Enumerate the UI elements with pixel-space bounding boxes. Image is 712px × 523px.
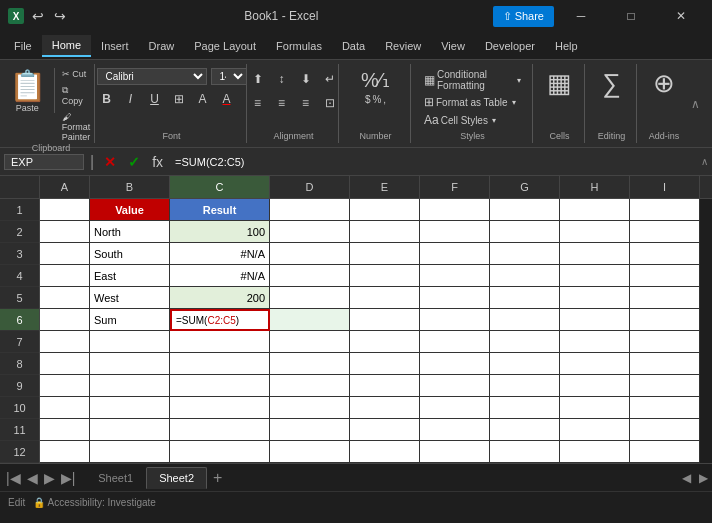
- row-header-4[interactable]: 4: [0, 265, 39, 287]
- cell-i8[interactable]: [630, 353, 700, 375]
- cell-i6[interactable]: [630, 309, 700, 331]
- cell-i12[interactable]: [630, 441, 700, 463]
- cell-g11[interactable]: [490, 419, 560, 441]
- cell-g3[interactable]: [490, 243, 560, 265]
- cell-e10[interactable]: [350, 397, 420, 419]
- cell-i9[interactable]: [630, 375, 700, 397]
- cell-d9[interactable]: [270, 375, 350, 397]
- minimize-button[interactable]: ─: [558, 0, 604, 32]
- cell-h2[interactable]: [560, 221, 630, 243]
- cell-g4[interactable]: [490, 265, 560, 287]
- cell-g7[interactable]: [490, 331, 560, 353]
- cell-b3[interactable]: South: [90, 243, 170, 265]
- row-header-8[interactable]: 8: [0, 353, 39, 375]
- cell-b9[interactable]: [90, 375, 170, 397]
- cell-f2[interactable]: [420, 221, 490, 243]
- cell-a11[interactable]: [40, 419, 90, 441]
- first-sheet-button[interactable]: |◀: [4, 468, 23, 488]
- cell-g9[interactable]: [490, 375, 560, 397]
- confirm-formula-button[interactable]: ✓: [124, 154, 144, 170]
- cell-f6[interactable]: [420, 309, 490, 331]
- bold-button[interactable]: B: [97, 89, 117, 109]
- cell-e8[interactable]: [350, 353, 420, 375]
- cell-f12[interactable]: [420, 441, 490, 463]
- cell-b10[interactable]: [90, 397, 170, 419]
- cell-a3[interactable]: [40, 243, 90, 265]
- copy-button[interactable]: ⧉ Copy: [59, 84, 94, 107]
- cell-d3[interactable]: [270, 243, 350, 265]
- align-bottom-button[interactable]: ⬇: [295, 68, 317, 90]
- cell-h11[interactable]: [560, 419, 630, 441]
- cell-d8[interactable]: [270, 353, 350, 375]
- cell-a4[interactable]: [40, 265, 90, 287]
- cell-h10[interactable]: [560, 397, 630, 419]
- cell-a12[interactable]: [40, 441, 90, 463]
- name-box[interactable]: [4, 154, 84, 170]
- cell-b7[interactable]: [90, 331, 170, 353]
- tab-page-layout[interactable]: Page Layout: [184, 36, 266, 56]
- cell-f9[interactable]: [420, 375, 490, 397]
- currency-button[interactable]: $: [365, 94, 371, 105]
- italic-button[interactable]: I: [121, 89, 141, 109]
- editing-icon[interactable]: ∑: [602, 68, 621, 99]
- font-name-select[interactable]: Calibri: [97, 68, 207, 85]
- align-center-button[interactable]: ≡: [271, 92, 293, 114]
- cell-i10[interactable]: [630, 397, 700, 419]
- cell-h12[interactable]: [560, 441, 630, 463]
- row-header-3[interactable]: 3: [0, 243, 39, 265]
- cell-h7[interactable]: [560, 331, 630, 353]
- wrap-text-button[interactable]: ↵: [319, 68, 341, 90]
- font-size-select[interactable]: 14: [211, 68, 247, 85]
- cell-b6[interactable]: Sum: [90, 309, 170, 331]
- cell-f11[interactable]: [420, 419, 490, 441]
- undo-button[interactable]: ↩: [28, 6, 48, 26]
- cell-e12[interactable]: [350, 441, 420, 463]
- cell-i5[interactable]: [630, 287, 700, 309]
- add-sheet-button[interactable]: +: [207, 467, 228, 489]
- cell-a8[interactable]: [40, 353, 90, 375]
- col-header-b[interactable]: B: [90, 176, 170, 198]
- tab-insert[interactable]: Insert: [91, 36, 139, 56]
- tab-draw[interactable]: Draw: [139, 36, 185, 56]
- cell-f1[interactable]: [420, 199, 490, 221]
- border-button[interactable]: ⊞: [169, 89, 189, 109]
- sheet-tab-sheet1[interactable]: Sheet1: [85, 467, 146, 489]
- cell-c12[interactable]: [170, 441, 270, 463]
- cell-c11[interactable]: [170, 419, 270, 441]
- cell-e4[interactable]: [350, 265, 420, 287]
- insert-function-button[interactable]: fx: [148, 154, 167, 170]
- font-color-button[interactable]: A: [217, 89, 237, 109]
- tab-data[interactable]: Data: [332, 36, 375, 56]
- format-as-table-button[interactable]: ⊞ Format as Table ▾: [421, 94, 519, 110]
- col-header-f[interactable]: F: [420, 176, 490, 198]
- format-painter-button[interactable]: 🖌 Format Painter: [59, 111, 94, 143]
- tab-view[interactable]: View: [431, 36, 475, 56]
- cell-b1[interactable]: Value: [90, 199, 170, 221]
- sheet-tab-sheet2[interactable]: Sheet2: [146, 467, 207, 489]
- align-middle-button[interactable]: ↕: [271, 68, 293, 90]
- cell-g5[interactable]: [490, 287, 560, 309]
- underline-button[interactable]: U: [145, 89, 165, 109]
- row-header-6[interactable]: 6: [0, 309, 39, 331]
- cell-d6[interactable]: [270, 309, 350, 331]
- row-header-1[interactable]: 1: [0, 199, 39, 221]
- cell-g1[interactable]: [490, 199, 560, 221]
- cell-d5[interactable]: [270, 287, 350, 309]
- collapse-ribbon-button[interactable]: ∧: [691, 64, 704, 143]
- cell-a5[interactable]: [40, 287, 90, 309]
- cell-b4[interactable]: East: [90, 265, 170, 287]
- paste-button[interactable]: 📋 Paste: [9, 68, 55, 113]
- percent-button[interactable]: %: [372, 94, 381, 105]
- cell-d10[interactable]: [270, 397, 350, 419]
- row-header-11[interactable]: 11: [0, 419, 39, 441]
- addins-icon[interactable]: ⊕: [653, 68, 675, 99]
- cell-b5[interactable]: West: [90, 287, 170, 309]
- tab-review[interactable]: Review: [375, 36, 431, 56]
- cell-b8[interactable]: [90, 353, 170, 375]
- cell-h1[interactable]: [560, 199, 630, 221]
- col-header-a[interactable]: A: [40, 176, 90, 198]
- row-header-9[interactable]: 9: [0, 375, 39, 397]
- cell-h4[interactable]: [560, 265, 630, 287]
- redo-button[interactable]: ↪: [50, 6, 70, 26]
- cell-b2[interactable]: North: [90, 221, 170, 243]
